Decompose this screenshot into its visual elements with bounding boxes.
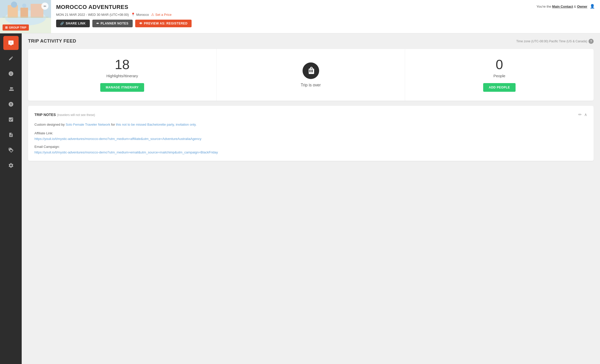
eye-icon: 👁 (139, 22, 143, 25)
main-layout: TRIP ACTIVITY FEED Time zone (UTC-08:00)… (0, 33, 600, 364)
main-contact-link[interactable]: Main Contact (552, 5, 573, 8)
trip-cover-image: ✏ ⊞ GROUP TRIP (0, 0, 51, 33)
location-pin-icon: 📍 (131, 12, 135, 17)
trip-info: MOROCCO ADVENTURES MON 21 MAR 2022 - WED… (51, 0, 531, 31)
sidebar-item-edit[interactable] (3, 51, 19, 65)
people-label: People (493, 74, 505, 78)
email-campaign-url-link[interactable]: https://youli.io/t/mystic-adventures/mor… (34, 150, 218, 154)
activity-feed-icon (8, 40, 14, 46)
itinerary-card: 18 Highlights/Itinerary MANAGE ITINERARY (28, 49, 217, 101)
trip-location: 📍 Morocco (131, 12, 149, 17)
header-user-info: You're the Main Contact & Owner 👤 (531, 0, 600, 12)
people-icon (8, 86, 14, 92)
svg-rect-8 (3, 17, 48, 18)
trip-notes-subtitle: (travelers will not see these) (57, 113, 95, 117)
page-header: ✏ ⊞ GROUP TRIP MOROCCO ADVENTURES MON 21… (0, 0, 600, 33)
header-actions: 🔗 SHARE LINK ✏ PLANNER NOTES 👁 PREVIEW A… (56, 20, 526, 27)
sidebar-item-info[interactable] (3, 67, 19, 81)
trip-notes-title-area: TRIP NOTES (travelers will not see these… (34, 112, 95, 117)
edit-cover-button[interactable]: ✏ (41, 3, 48, 10)
affiliate-link-label: Affiliate Link: (34, 131, 587, 135)
itinerary-count: 18 (115, 58, 130, 71)
warning-icon: ⚠ (151, 12, 154, 17)
preview-button[interactable]: 👁 PREVIEW AS: REGISTERED (135, 20, 192, 27)
trip-notes-actions: ✏ ∧ (578, 112, 587, 117)
content-header: TRIP ACTIVITY FEED Time zone (UTC-08:00)… (28, 38, 594, 44)
affiliate-url-link[interactable]: https://youli.io/t/mystic-adventures/mor… (34, 137, 201, 141)
timezone-info: Time zone (UTC-08:00) Pacific Time (US &… (516, 39, 594, 44)
group-trip-icon: ⊞ (5, 26, 8, 29)
stats-cards: 18 Highlights/Itinerary MANAGE ITINERARY… (28, 49, 594, 101)
pricing-icon (8, 101, 14, 107)
sidebar-item-checklist[interactable] (3, 112, 19, 126)
solo-female-link[interactable]: Solo Female Traveler Network (66, 123, 110, 126)
add-people-button[interactable]: ADD PEOPLE (483, 83, 516, 92)
page-title: TRIP ACTIVITY FEED (28, 38, 76, 44)
owner-link[interactable]: Owner (577, 5, 587, 8)
checklist-icon (8, 117, 14, 122)
timezone-label: Time zone (UTC-08:00) Pacific Time (US &… (516, 40, 587, 43)
email-campaign-label: Email Campaign: (34, 145, 587, 149)
trip-notes-header: TRIP NOTES (travelers will not see these… (34, 112, 587, 117)
trip-status-card: Trip is over (217, 49, 405, 101)
set-price[interactable]: ⚠ Set a Price (151, 12, 172, 17)
this-not-link[interactable]: this not to be missed Bachelorette party… (116, 123, 196, 126)
share-link-button[interactable]: 🔗 SHARE LINK (56, 20, 90, 27)
svg-point-7 (22, 4, 26, 8)
group-trip-label: GROUP TRIP (9, 26, 26, 29)
people-count: 0 (496, 58, 503, 71)
edit-icon (8, 56, 14, 61)
sidebar-item-pricing[interactable] (3, 97, 19, 111)
info-icon (8, 71, 14, 76)
documents-icon (8, 132, 14, 137)
sidebar-item-people[interactable] (3, 82, 19, 96)
people-card: 0 People ADD PEOPLE (405, 49, 594, 101)
share-icon: 🔗 (60, 22, 64, 25)
svg-point-6 (11, 2, 17, 8)
sidebar-item-discount[interactable] (3, 143, 19, 157)
sidebar (0, 33, 22, 364)
sidebar-item-documents[interactable] (3, 128, 19, 142)
discount-icon (8, 147, 14, 153)
trip-notes-content: Custom designed by Solo Female Traveler … (34, 122, 587, 127)
manage-itinerary-button[interactable]: MANAGE ITINERARY (100, 83, 144, 92)
trip-notes-section: TRIP NOTES (travelers will not see these… (28, 106, 594, 161)
pencil-icon: ✏ (96, 22, 99, 25)
trip-dates: MON 21 MAR 2022 - WED 30 MAR (UTC+08:00) (56, 13, 129, 17)
trip-notes-collapse-button[interactable]: ∧ (584, 112, 587, 117)
main-content: TRIP ACTIVITY FEED Time zone (UTC-08:00)… (22, 33, 600, 364)
trip-title: MOROCCO ADVENTURES (56, 4, 526, 10)
group-trip-badge: ⊞ GROUP TRIP (3, 24, 29, 31)
help-icon[interactable]: ? (589, 39, 594, 44)
itinerary-label: Highlights/Itinerary (106, 74, 138, 78)
sidebar-item-settings[interactable] (3, 158, 19, 172)
luggage-icon (307, 67, 315, 75)
svg-point-9 (11, 87, 13, 89)
user-avatar-icon: 👤 (590, 4, 595, 8)
planner-notes-button[interactable]: ✏ PLANNER NOTES (92, 20, 133, 27)
trip-status-label: Trip is over (301, 83, 321, 87)
trip-dates-row: MON 21 MAR 2022 - WED 30 MAR (UTC+08:00)… (56, 12, 526, 17)
trip-notes-edit-button[interactable]: ✏ (578, 112, 582, 117)
trip-notes-title: TRIP NOTES (34, 113, 56, 117)
settings-icon (8, 163, 14, 168)
svg-rect-4 (20, 8, 28, 18)
luggage-circle (303, 62, 319, 79)
sidebar-item-activity-feed[interactable] (3, 36, 19, 50)
